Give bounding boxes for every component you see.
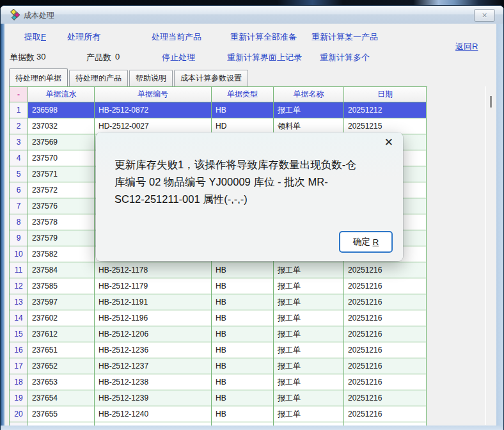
row-serial[interactable]: 3 (10, 134, 28, 150)
cell-type[interactable]: HB (212, 262, 274, 278)
cell-name[interactable]: 报工单 (274, 294, 344, 310)
cell-type[interactable]: HB (212, 278, 274, 294)
cell-code[interactable]: HB-2512-1191 (95, 294, 212, 310)
row-serial[interactable]: 11 (10, 262, 28, 278)
cell-name[interactable]: 报工单 (274, 358, 344, 374)
cell-flow[interactable]: 237653 (28, 374, 95, 390)
cell-date[interactable]: 20251216 (344, 406, 427, 422)
vertical-scrollbar-thumb[interactable] (490, 96, 492, 107)
cell-code[interactable]: HB-2512-1179 (95, 278, 212, 294)
cell-code[interactable]: HB-2512-1206 (95, 326, 212, 342)
row-serial[interactable]: 20 (10, 406, 28, 422)
table-row[interactable]: 18237653HB-2512-1238HB报工单20251216 (10, 374, 427, 390)
cell-flow[interactable] (28, 422, 95, 426)
cell-flow[interactable]: 237576 (28, 198, 95, 214)
cell-date[interactable]: 20251216 (344, 294, 427, 310)
row-serial[interactable]: 16 (10, 342, 28, 358)
cell-code[interactable]: HB-2512-1237 (95, 358, 212, 374)
cell-flow[interactable]: 236598 (28, 102, 95, 118)
cell-name[interactable]: 报工单 (274, 102, 344, 118)
cell-date[interactable]: 20251216 (344, 358, 427, 374)
cell-type[interactable]: HB (212, 358, 274, 374)
row-serial[interactable]: 7 (10, 198, 28, 214)
cell-flow[interactable]: 237597 (28, 294, 95, 310)
cell-flow[interactable]: 237569 (28, 134, 95, 150)
cell-flow[interactable]: 237572 (28, 182, 95, 198)
cell-flow[interactable]: 237570 (28, 150, 95, 166)
table-row[interactable]: 11237584HB-2512-1178HB报工单20251216 (10, 262, 427, 278)
row-serial[interactable]: 4 (10, 150, 28, 166)
cell-flow[interactable]: 237571 (28, 166, 95, 182)
cell-flow[interactable]: 237582 (28, 246, 95, 262)
process-all-link[interactable]: 处理所有 (67, 31, 100, 43)
table-row[interactable]: 13237597HB-2512-1191HB报工单20251216 (10, 294, 427, 310)
table-row[interactable]: 15237612HB-2512-1206HB报工单20251216 (10, 326, 427, 342)
row-serial[interactable]: 12 (10, 278, 28, 294)
cell-date[interactable]: 20251216 (344, 310, 427, 326)
cell-name[interactable]: 报工单 (274, 374, 344, 390)
row-serial[interactable]: 18 (10, 374, 28, 390)
cell-flow[interactable]: 237578 (28, 214, 95, 230)
row-serial[interactable]: 9 (10, 230, 28, 246)
row-serial[interactable]: 10 (10, 246, 28, 262)
table-row[interactable]: 16237651HB-2512-1236HB报工单20251216 (10, 342, 427, 358)
row-serial[interactable]: 6 (10, 182, 28, 198)
cell-code[interactable]: HB-2512-1238 (95, 374, 212, 390)
cell-flow[interactable]: 237032 (28, 118, 95, 134)
cell-type[interactable]: HB (212, 374, 274, 390)
cell-flow[interactable]: 237654 (28, 390, 95, 406)
extract-link[interactable]: 提取F (24, 31, 46, 43)
cell-code[interactable]: HB-2512-1239 (95, 390, 212, 406)
table-row[interactable] (10, 422, 427, 426)
tab-help[interactable]: 帮助说明 (129, 70, 173, 86)
row-serial[interactable]: 14 (10, 310, 28, 326)
cell-flow[interactable]: 237584 (28, 262, 95, 278)
dialog-close-icon[interactable]: ✕ (384, 137, 393, 148)
process-current-product-link[interactable]: 处理当前产品 (152, 31, 201, 43)
cell-type[interactable]: HB (212, 326, 274, 342)
row-serial[interactable]: 15 (10, 326, 28, 342)
cell-name[interactable]: 报工单 (274, 342, 344, 358)
cell-type[interactable]: HB (212, 406, 274, 422)
table-row[interactable]: 12237585HB-2512-1179HB报工单20251216 (10, 278, 427, 294)
recalc-one-product-link[interactable]: 重新计算某一产品 (311, 31, 378, 43)
cell-date[interactable]: 20251216 (344, 390, 427, 406)
cell-code[interactable]: HB-2512-1240 (95, 406, 212, 422)
window-close-button[interactable]: ✕ (474, 9, 495, 22)
cell-flow[interactable]: 237585 (28, 278, 95, 294)
cell-name[interactable]: 报工单 (274, 310, 344, 326)
recalc-screen-records-link[interactable]: 重新计算界面上记录 (227, 52, 302, 63)
cell-date[interactable]: 20251216 (344, 342, 427, 358)
cell-name[interactable]: 报工单 (274, 326, 344, 342)
cell-type[interactable]: HB (212, 390, 274, 406)
stop-processing-link[interactable]: 停止处理 (162, 52, 195, 63)
table-row[interactable]: 1236598HB-2512-0872HB报工单20251212 (10, 102, 427, 118)
cell-code[interactable]: HB-2512-0872 (95, 102, 212, 118)
cell-code[interactable]: HB-2512-1178 (95, 262, 212, 278)
cell-date[interactable]: 20251216 (344, 262, 427, 278)
row-serial[interactable]: 17 (10, 358, 28, 374)
cell-flow[interactable]: 237655 (28, 406, 95, 422)
cell-code[interactable]: HB-2512-1236 (95, 342, 212, 358)
row-serial[interactable]: 5 (10, 166, 28, 182)
row-serial[interactable] (10, 422, 28, 426)
cell-date[interactable]: 20251212 (344, 102, 427, 118)
cell-date[interactable]: 20251216 (344, 326, 427, 342)
return-link[interactable]: 返回R (455, 41, 478, 52)
row-serial[interactable]: 19 (10, 390, 28, 406)
cell-date[interactable]: 20251216 (344, 278, 427, 294)
cell-code[interactable] (95, 422, 212, 426)
row-serial[interactable]: 13 (10, 294, 28, 310)
recalc-all-prep-link[interactable]: 重新计算全部准备 (230, 31, 297, 43)
row-serial[interactable]: 1 (10, 102, 28, 118)
cell-flow[interactable]: 237612 (28, 326, 95, 342)
table-row[interactable]: 14237602HB-2512-1196HB报工单20251216 (10, 310, 427, 326)
cell-flow[interactable]: 237602 (28, 310, 95, 326)
table-row[interactable]: 17237652HB-2512-1237HB报工单20251216 (10, 358, 427, 374)
ok-button[interactable]: 确定 R (339, 231, 393, 253)
table-row[interactable]: 19237654HB-2512-1239HB报工单20251216 (10, 390, 427, 406)
cell-flow[interactable]: 237651 (28, 342, 95, 358)
tab-pending-products[interactable]: 待处理的产品 (69, 70, 128, 86)
cell-flow[interactable]: 237579 (28, 230, 95, 246)
cell-type[interactable] (212, 422, 274, 426)
